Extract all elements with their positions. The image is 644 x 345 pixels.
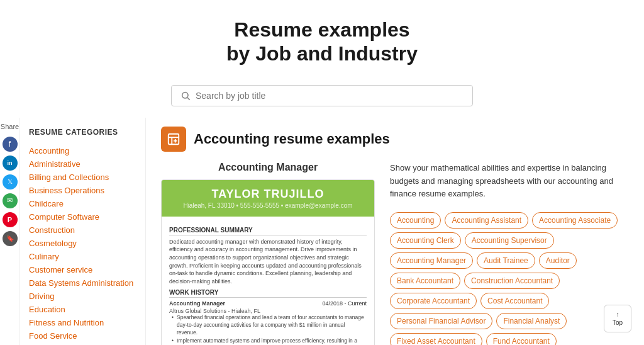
share-sidebar: Share f in 𝕏 ✉ P 🔖: [0, 118, 20, 345]
header: Resume examples by Job and Industry: [0, 0, 644, 79]
sidebar-item-business-ops[interactable]: Business Operations: [29, 184, 136, 197]
resume-categories-sidebar: RESUME CATEGORIES Accounting Administrat…: [20, 118, 146, 345]
main-layout: Share f in 𝕏 ✉ P 🔖 RESUME CATEGORIES Acc…: [0, 118, 644, 345]
tag-bank-accountant[interactable]: Bank Accountant: [390, 273, 460, 289]
tag-auditor[interactable]: Auditor: [539, 252, 577, 269]
sidebar-item-accounting[interactable]: Accounting: [29, 144, 136, 157]
resume-summary-text: Dedicated accounting manager with demons…: [169, 238, 367, 286]
sidebar-item-cosmetology[interactable]: Cosmetology: [29, 237, 136, 250]
tag-fixed-asset-accountant[interactable]: Fixed Asset Accountant: [390, 333, 482, 345]
top-button[interactable]: ↑ Top: [604, 305, 631, 332]
content-columns: Accounting Manager TAYLOR TRUJILLO Hiale…: [161, 162, 629, 345]
sidebar-item-health-care[interactable]: Health Care Support: [29, 342, 136, 345]
sidebar-item-customer-service[interactable]: Customer service: [29, 263, 136, 276]
resume-contact: Hialeah, FL 33010 • 555-555-5555 • examp…: [169, 202, 367, 209]
accounting-icon: [161, 127, 186, 152]
sidebar-item-food-service[interactable]: Food Service: [29, 329, 136, 342]
search-icon: [180, 91, 191, 101]
top-arrow-icon: ↑: [616, 311, 619, 318]
search-input[interactable]: [196, 91, 464, 101]
resume-work-title: WORK HISTORY: [169, 289, 367, 298]
heading-line1: Resume examples: [234, 18, 409, 41]
sidebar-item-education[interactable]: Education: [29, 303, 136, 316]
tag-cost-accountant[interactable]: Cost Accountant: [480, 293, 549, 309]
share-label: Share: [1, 123, 19, 130]
job-1-title: Accounting Manager: [169, 300, 225, 307]
top-label: Top: [613, 319, 623, 326]
resume-card-title: Accounting Manager: [161, 162, 375, 173]
pinterest-share-button[interactable]: P: [3, 212, 18, 227]
tag-accounting-manager[interactable]: Accounting Manager: [390, 252, 473, 269]
tag-construction-accountant[interactable]: Construction Accountant: [464, 273, 560, 289]
tag-personal-financial-advisor[interactable]: Personal Financial Advisor: [390, 313, 492, 329]
description-text: Show your mathematical abilities and exp…: [390, 162, 629, 201]
resume-body: PROFESSIONAL SUMMARY Dedicated accountin…: [162, 217, 374, 345]
tag-financial-analyst[interactable]: Financial Analyst: [496, 313, 567, 329]
svg-point-0: [182, 92, 188, 98]
resume-job-1: Accounting Manager 04/2018 - Current: [169, 300, 367, 307]
sidebar-title: RESUME CATEGORIES: [29, 128, 136, 137]
tag-accounting-associate[interactable]: Accounting Associate: [532, 212, 618, 229]
resume-preview: TAYLOR TRUJILLO Hialeah, FL 33010 • 555-…: [161, 179, 375, 345]
tag-chips-container: Accounting Accounting Assistant Accounti…: [390, 212, 629, 345]
job-1-company: Altrus Global Solutions - Hialeah, FL: [169, 308, 367, 314]
sidebar-item-childcare[interactable]: Childcare: [29, 197, 136, 210]
tag-fund-accountant[interactable]: Fund Accountant: [486, 333, 557, 345]
sidebar-item-administrative[interactable]: Administrative: [29, 157, 136, 171]
email-share-button[interactable]: ✉: [3, 193, 18, 208]
page-title-row: Accounting resume examples: [161, 127, 629, 152]
resume-header-bar: TAYLOR TRUJILLO Hialeah, FL 33010 • 555-…: [162, 180, 374, 217]
sidebar-item-fitness[interactable]: Fitness and Nutrition: [29, 316, 136, 329]
sidebar-item-culinary[interactable]: Culinary: [29, 250, 136, 263]
sidebar-item-billing[interactable]: Billing and Collections: [29, 171, 136, 184]
search-container: [0, 79, 644, 118]
heading-line2: by Job and Industry: [226, 42, 418, 65]
sidebar-item-computer-software[interactable]: Computer Software: [29, 210, 136, 223]
bookmark-share-button[interactable]: 🔖: [3, 231, 18, 246]
search-box: [171, 85, 473, 106]
tag-accounting-assistant[interactable]: Accounting Assistant: [445, 212, 528, 229]
job-1-bullet-1: Spearhead financial operations and lead …: [169, 314, 367, 337]
sidebar-item-data-systems[interactable]: Data Systems Administration: [29, 276, 136, 290]
resume-summary-title: PROFESSIONAL SUMMARY: [169, 227, 367, 235]
tag-audit-trainee[interactable]: Audit Trainee: [477, 252, 535, 269]
facebook-share-button[interactable]: f: [3, 137, 18, 152]
resume-name: TAYLOR TRUJILLO: [169, 188, 367, 201]
twitter-share-button[interactable]: 𝕏: [3, 174, 18, 189]
tag-accounting-clerk[interactable]: Accounting Clerk: [390, 232, 461, 249]
sidebar-item-construction[interactable]: Construction: [29, 223, 136, 237]
main-content: Accounting resume examples Accounting Ma…: [146, 118, 644, 345]
right-column: Show your mathematical abilities and exp…: [390, 162, 629, 345]
linkedin-share-button[interactable]: in: [3, 156, 18, 171]
page-title: Accounting resume examples: [194, 131, 390, 147]
svg-line-1: [187, 98, 190, 100]
tag-accounting-supervisor[interactable]: Accounting Supervisor: [465, 232, 554, 249]
svg-rect-2: [169, 134, 179, 145]
job-1-bullet-2: Implement automated systems and improve …: [169, 337, 367, 345]
page-heading: Resume examples by Job and Industry: [13, 18, 631, 66]
job-1-dates: 04/2018 - Current: [322, 300, 367, 307]
tag-accounting[interactable]: Accounting: [390, 212, 441, 229]
tag-corporate-accountant[interactable]: Corporate Accountant: [390, 293, 477, 309]
resume-preview-column: Accounting Manager TAYLOR TRUJILLO Hiale…: [161, 162, 375, 345]
sidebar-item-driving[interactable]: Driving: [29, 290, 136, 303]
